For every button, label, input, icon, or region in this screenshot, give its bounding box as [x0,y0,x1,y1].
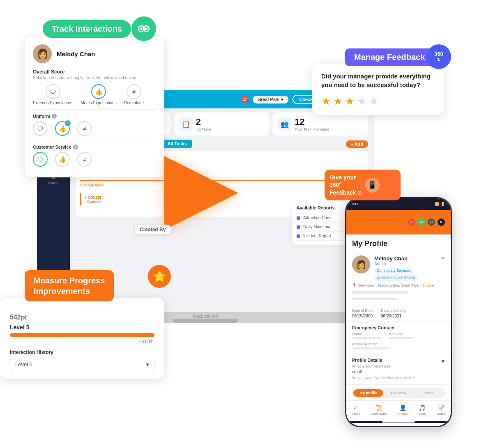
profile-info-row: 👩 Melody Chan Admin Community Services R… [352,255,445,281]
created-by-badge: Created By [134,225,171,234]
uniform-row: Uniform i 🛡 👍✓ ≠ [33,114,156,136]
phone-collapse-icon[interactable]: ∧ [441,358,445,364]
feedback-card: Did your manager provide everything you … [312,64,444,115]
phone-body: 9:02 📶 🔋 R G D ✕ My Profile [345,197,452,427]
notification-badge: 17 [241,96,249,103]
phone-emergency-title: Emergency Contact [352,325,445,330]
score-exceeds[interactable]: 🛡 Exceeds Expectations [33,84,73,105]
phone-profile-header: My Profile 👩 Melody Chan Admin Community… [346,234,451,305]
phone-tab-myprofile[interactable]: My profile [353,389,383,397]
exceeds-icon: 🛡 [46,84,60,99]
info-icon: i [52,114,57,119]
progress-bar-fill [10,333,154,337]
phone-dob-label: Date of Birth [352,308,373,312]
phone-container: 9:02 📶 🔋 R G D ✕ My Profile [345,197,452,427]
cs-remediate[interactable]: ≠ [77,152,92,167]
person-name: Melody Chan [57,51,95,57]
phone-nav-profile[interactable]: 👤 Profile [398,404,408,416]
phone-role: Admin [374,262,437,266]
phone-nav-tasks[interactable]: ✓ Tasks [352,404,360,416]
team-num: 12 [295,117,329,127]
avatar: 👩 [33,44,52,63]
phone-tab-users[interactable]: Users [414,389,444,397]
remediate-icon: ≠ [127,84,141,99]
divider2 [33,140,156,140]
phone-q2: What is your favorite Starbucks order? [352,376,445,380]
star-badge: ⭐ [148,265,171,288]
report-dot-1 [297,216,300,220]
overall-score-label: Overall Score [33,69,156,75]
progress-level: Level 5 [10,324,154,331]
phone-location: 📍 Downtown Headquarters, Great Park +2 m… [352,283,445,287]
report-dot-3 [297,234,300,238]
stars-row: ★ ★ ★ ★ ★ [321,95,435,108]
phone-emergency-section: Emergency Contact Name Relation Phone Nu… [346,322,451,354]
phone-profile-details-title: Profile Details [352,358,382,363]
level-select[interactable]: Level 5 ▾ [10,358,154,371]
play-triangle [164,156,238,230]
team-label: Total Team Members [295,127,329,131]
track-interactions-icon [131,16,156,41]
uniform-exceeds[interactable]: 🛡 [33,121,48,136]
phone-profile-title: My Profile [352,239,387,248]
star-4[interactable]: ★ [357,95,366,108]
feedback-360-text: Give your 360° Feedback ⓘ [329,174,362,196]
phone-orange-header: R G D ✕ [346,210,451,234]
overall-score-sub: Selection of score will apply for all th… [33,76,156,80]
phone-doj-label: Date of Joining [381,308,405,312]
phone-home-bar [382,421,415,423]
feedback-360-banner[interactable]: Give your 360° Feedback ⓘ 📱 [325,170,401,200]
phone-person-name: Melody Chan [374,255,437,262]
uniform-remediate[interactable]: ≠ [77,121,92,136]
task-title-1: r courts [85,195,101,200]
phone-q1: What is your t-shirt size [352,364,445,368]
track-interactions-badge: Track Interactions [43,20,131,38]
svg-point-3 [145,28,147,30]
team-icon: 👥 [278,117,291,131]
phone-edit-icon[interactable]: ✏ [441,255,445,261]
score-meets[interactable]: 👍 Meets Expectations [81,84,116,105]
stat-tasks: 📋 2 ing Tasks [175,113,270,136]
progress-pct: 100.0% [10,339,154,345]
profile-details: Melody Chan Admin Community Services Rec… [374,255,437,281]
phone-bottom-nav: ✓ Tasks 📜 Certificates 👤 Profile 🎵 Skill… [346,400,451,421]
star-5[interactable]: ★ [369,95,378,108]
phone-contact-placeholders [352,290,445,295]
phone-badge-x: ✕ [438,218,445,226]
task-owner-1: r Ganwani [85,200,101,204]
tasks-icon: 📋 [180,117,193,131]
report-dot-2 [297,225,300,229]
star-1[interactable]: ★ [321,95,331,108]
divider [33,109,156,110]
progress-card: 542pt Level 5 100.0% Interaction History… [0,298,164,379]
uniform-meets[interactable]: 👍✓ [55,121,70,136]
phone-badge-d: D [428,218,435,226]
feedback-360-phone-icon: 📱 [365,178,380,193]
progress-bar-container [10,333,154,337]
svg-point-1 [140,28,143,30]
phone-profile-details-section: Profile Details ∧ What is your t-shirt s… [346,354,451,385]
phone-nav-certificates[interactable]: 📜 Certificates [371,404,387,416]
phone-q1-ans: small [352,370,445,374]
star-2[interactable]: ★ [333,95,343,108]
score-remediate[interactable]: ≠ Remediate [124,84,144,105]
cs-exceeds[interactable]: 🛡 [33,152,48,167]
phone-screen: 9:02 📶 🔋 R G D ✕ My Profile [346,198,451,426]
interaction-history-label: Interaction History [10,349,154,355]
phone-nav-skills[interactable]: 🎵 Skills [418,404,426,416]
phone-tab-overview[interactable]: Overview [383,389,413,397]
customer-service-row: Customer Service i 🛡 👍 ≠ [33,145,156,167]
measure-progress-badge: Measure Progress Improvements [25,270,114,301]
phone-badge-r: R [408,218,415,226]
location-pill[interactable]: Great Park ▾ [253,96,288,103]
add-button[interactable]: + Add [346,140,368,148]
cs-meets[interactable]: 👍 [55,152,70,167]
task-bar [80,193,81,205]
play-button-overlay[interactable] [164,156,238,230]
phone-doj-val: 06/20/2021 [381,314,405,318]
phone-nav-notes[interactable]: 📝 Notes [437,404,445,416]
tab-all[interactable]: All Tasks [162,140,192,148]
phone-dept2: Recreation Coordinator [374,275,417,281]
feedback-info-icon: ⓘ [357,191,362,195]
star-3[interactable]: ★ [345,95,355,108]
